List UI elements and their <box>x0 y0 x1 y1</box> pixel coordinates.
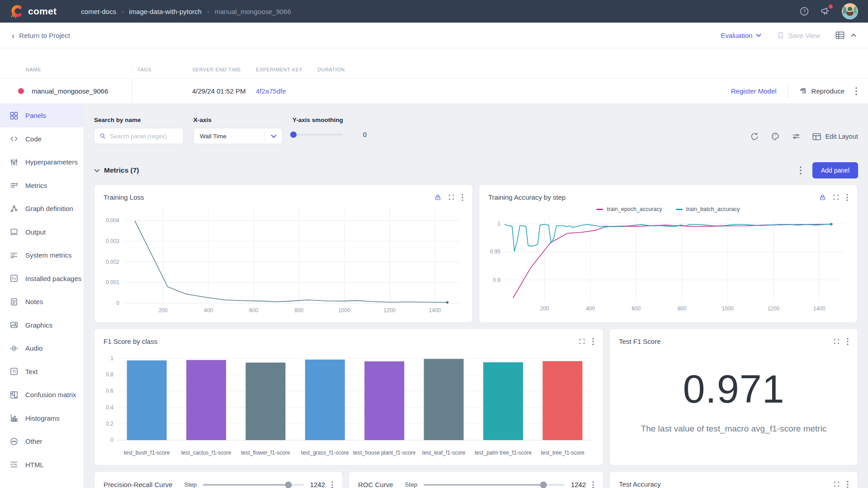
column-header-experiment-key[interactable]: EXPERIMENT KEY <box>251 67 312 72</box>
row-kebab-menu-icon[interactable] <box>855 87 857 95</box>
edit-layout-icon <box>812 133 821 141</box>
experiment-tags-cell <box>132 79 187 103</box>
experiment-toolbar: ‹ Return to Project Evaluation Save View <box>0 23 868 48</box>
panel-kebab-menu-icon[interactable] <box>592 481 594 488</box>
svg-text:test_flower_f1-score: test_flower_f1-score <box>241 450 290 456</box>
sidebar-item-confusion-matrix[interactable]: Confusion matrix <box>0 383 84 407</box>
avatar[interactable] <box>842 3 858 19</box>
slider-thumb[interactable] <box>285 481 292 488</box>
sidebar-item-histograms[interactable]: Histograms <box>0 407 84 430</box>
panel-kebab-menu-icon[interactable] <box>331 481 333 488</box>
add-panel-button[interactable]: Add panel <box>812 162 858 178</box>
save-view-button[interactable]: Save View <box>777 32 820 39</box>
return-to-project-link[interactable]: ‹ Return to Project <box>12 31 70 40</box>
breadcrumb-project[interactable]: image-data-with-pytorch <box>129 8 202 15</box>
reproduce-button[interactable]: Reproduce <box>799 87 844 95</box>
register-model-button[interactable]: Register Model <box>731 87 777 95</box>
section-collapse-chevron-icon[interactable] <box>94 169 100 173</box>
sidebar-item-code[interactable]: Code <box>0 127 84 151</box>
panel-kebab-menu-icon[interactable] <box>846 194 848 201</box>
lock-icon[interactable] <box>434 194 441 201</box>
expand-icon[interactable] <box>833 481 840 488</box>
step-slider[interactable] <box>424 484 564 486</box>
sidebar-item-panels[interactable]: Panels <box>0 104 84 127</box>
legend-item[interactable]: train_epoch_accuracy <box>596 206 662 212</box>
sidebar-item-html[interactable]: HTMLHTML <box>0 453 84 477</box>
confusion-matrix-icon <box>9 390 19 399</box>
palette-icon[interactable] <box>771 132 780 141</box>
sidebar-item-notes[interactable]: Notes <box>0 290 84 314</box>
step-slider[interactable] <box>203 484 303 486</box>
comet-logo[interactable]: comet <box>10 5 57 18</box>
svg-text:0.002: 0.002 <box>106 259 119 265</box>
experiment-color-dot <box>18 88 24 94</box>
expand-icon[interactable] <box>448 194 455 201</box>
sidebar-item-label: Output <box>25 228 46 236</box>
sidebar-item-label: HTML <box>25 461 44 469</box>
help-icon[interactable]: ? <box>799 6 809 16</box>
sidebar-item-graphics[interactable]: Graphics <box>0 314 84 337</box>
sidebar-item-installed-packages[interactable]: PyInstalled packages <box>0 267 84 291</box>
panel-title: Training Loss <box>104 193 144 201</box>
metrics-section-title[interactable]: Metrics (7) <box>104 166 139 174</box>
panel-kebab-menu-icon[interactable] <box>847 338 849 345</box>
experiment-name[interactable]: manual_mongoose_9066 <box>32 87 108 95</box>
lock-icon[interactable] <box>819 194 826 201</box>
sidebar-item-other[interactable]: Other <box>0 430 84 453</box>
notification-dot <box>829 5 833 9</box>
filter-sliders-icon[interactable] <box>792 132 801 141</box>
svg-text:test_house plant_f1-score: test_house plant_f1-score <box>353 450 415 456</box>
panel-kebab-menu-icon[interactable] <box>592 338 594 345</box>
view-selector-dropdown[interactable]: Evaluation <box>721 32 761 39</box>
section-kebab-menu-icon[interactable] <box>800 166 802 174</box>
experiment-key-link[interactable]: 4f2a75dfe <box>251 79 312 103</box>
refresh-icon[interactable] <box>750 132 759 141</box>
column-header-server-end-time[interactable]: SERVER END TIME <box>187 67 251 72</box>
panel-kebab-menu-icon[interactable] <box>847 481 849 488</box>
slider-thumb[interactable] <box>290 131 297 138</box>
f1-score-bar-chart[interactable]: 00.20.40.60.81test_bush_f1-scoretest_cac… <box>100 348 598 461</box>
legend-item[interactable]: train_batch_accuracy <box>676 206 740 212</box>
smoothing-slider[interactable] <box>292 134 343 136</box>
panel-kebab-menu-icon[interactable] <box>462 194 463 201</box>
return-to-project-label: Return to Project <box>19 32 70 39</box>
panel-title: Training Accuracy by step <box>488 193 566 201</box>
training-accuracy-chart[interactable]: 2004006008001000120014000.90.951 <box>485 215 852 315</box>
column-header-tags[interactable]: TAGS <box>132 67 187 72</box>
smoothing-label: Y-axis smoothing <box>292 117 367 123</box>
sidebar-item-metrics[interactable]: Metrics <box>0 174 84 197</box>
sidebar-item-label: Metrics <box>25 182 47 189</box>
sidebar-item-system-metrics[interactable]: System metrics <box>0 244 84 267</box>
top-navbar: comet comet-docs › image-data-with-pytor… <box>0 0 868 23</box>
sidebar-item-graph-definition[interactable]: Graph definition <box>0 197 84 221</box>
chevron-down-icon <box>271 134 277 138</box>
expand-icon[interactable] <box>579 338 585 345</box>
svg-text:1200: 1200 <box>383 307 396 314</box>
slider-thumb[interactable] <box>540 481 547 488</box>
experiment-row[interactable]: manual_mongoose_9066 4/29/24 01:52 PM 4f… <box>0 78 868 104</box>
chart-legend[interactable]: train_epoch_accuracytrain_batch_accuracy <box>485 204 852 215</box>
edit-layout-button[interactable]: Edit Layout <box>812 133 858 141</box>
search-input-wrap <box>94 128 184 144</box>
column-header-duration[interactable]: DURATION <box>312 67 868 72</box>
xaxis-select[interactable]: Wall Time <box>193 128 283 144</box>
column-header-name[interactable]: NAME <box>0 67 132 72</box>
table-layout-icon[interactable] <box>835 31 844 39</box>
sidebar-item-hyperparameters[interactable]: Hyperparameters <box>0 150 84 174</box>
announcements-icon[interactable] <box>820 6 831 17</box>
expand-icon[interactable] <box>833 194 840 201</box>
training-loss-chart[interactable]: 20040060080010001200140000.0010.0020.003… <box>100 204 467 317</box>
sidebar-item-text[interactable]: TtText <box>0 360 84 384</box>
xaxis-group: X-axis Wall Time <box>193 117 283 144</box>
search-input[interactable] <box>110 133 178 140</box>
svg-text:test_tree_f1-score: test_tree_f1-score <box>541 450 585 456</box>
svg-text:0.8: 0.8 <box>106 371 113 378</box>
breadcrumb-workspace[interactable]: comet-docs <box>81 8 116 15</box>
comet-flame-icon <box>10 5 24 18</box>
svg-text:0.9: 0.9 <box>493 277 500 283</box>
expand-icon[interactable] <box>833 338 840 345</box>
sidebar-item-audio[interactable]: Audio <box>0 337 84 360</box>
chevron-up-icon[interactable] <box>851 33 856 37</box>
sidebar-item-output[interactable]: Output <box>0 221 84 244</box>
svg-text:1: 1 <box>497 221 500 227</box>
